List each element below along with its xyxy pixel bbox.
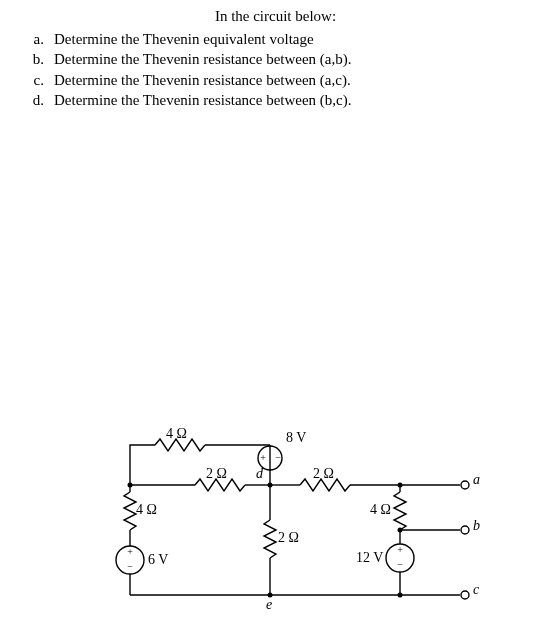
q-text: Determine the Thevenin equivalent voltag… bbox=[54, 29, 314, 49]
label-r-mid-right: 2 Ω bbox=[313, 466, 334, 482]
svg-point-4 bbox=[461, 526, 469, 534]
question-list: a. Determine the Thevenin equivalent vol… bbox=[0, 25, 551, 110]
node-d: d bbox=[256, 466, 263, 482]
label-v-left: 6 V bbox=[148, 552, 168, 568]
q-letter: b. bbox=[28, 49, 44, 69]
svg-point-11 bbox=[398, 593, 403, 598]
svg-text:−: − bbox=[275, 452, 281, 463]
list-item: c. Determine the Thevenin resistance bet… bbox=[28, 70, 551, 90]
svg-text:−: − bbox=[127, 561, 133, 572]
svg-point-7 bbox=[268, 483, 273, 488]
svg-point-6 bbox=[128, 483, 133, 488]
list-item: a. Determine the Thevenin equivalent vol… bbox=[28, 29, 551, 49]
svg-text:+: + bbox=[127, 546, 133, 557]
label-r-right-vert: 4 Ω bbox=[370, 502, 391, 518]
label-v-top: 8 V bbox=[286, 430, 306, 446]
q-text: Determine the Thevenin resistance betwee… bbox=[54, 49, 352, 69]
svg-point-9 bbox=[398, 528, 403, 533]
q-letter: a. bbox=[28, 29, 44, 49]
node-e: e bbox=[266, 597, 272, 613]
label-r-center-vert: 2 Ω bbox=[278, 530, 299, 546]
page-title: In the circuit below: bbox=[0, 0, 551, 25]
node-a: a bbox=[473, 472, 480, 488]
node-c: c bbox=[473, 582, 479, 598]
node-b: b bbox=[473, 518, 480, 534]
q-text: Determine the Thevenin resistance betwee… bbox=[54, 90, 352, 110]
list-item: b. Determine the Thevenin resistance bet… bbox=[28, 49, 551, 69]
list-item: d. Determine the Thevenin resistance bet… bbox=[28, 90, 551, 110]
circuit-svg: + − + − + − bbox=[100, 430, 520, 620]
circuit-diagram: + − + − + − 4 Ω 2 Ω 4 Ω 2 Ω 2 Ω 4 Ω 8 V … bbox=[100, 430, 520, 610]
svg-point-5 bbox=[461, 591, 469, 599]
svg-point-8 bbox=[398, 483, 403, 488]
label-v-right: 12 V bbox=[356, 550, 383, 566]
svg-point-1 bbox=[461, 481, 469, 489]
q-letter: d. bbox=[28, 90, 44, 110]
svg-text:+: + bbox=[260, 452, 266, 463]
svg-text:+: + bbox=[397, 544, 403, 555]
q-text: Determine the Thevenin resistance betwee… bbox=[54, 70, 351, 90]
label-r-left-vert: 4 Ω bbox=[136, 502, 157, 518]
label-r-top-left: 4 Ω bbox=[166, 426, 187, 442]
svg-text:−: − bbox=[397, 559, 403, 570]
q-letter: c. bbox=[28, 70, 44, 90]
label-r-mid-left: 2 Ω bbox=[206, 466, 227, 482]
